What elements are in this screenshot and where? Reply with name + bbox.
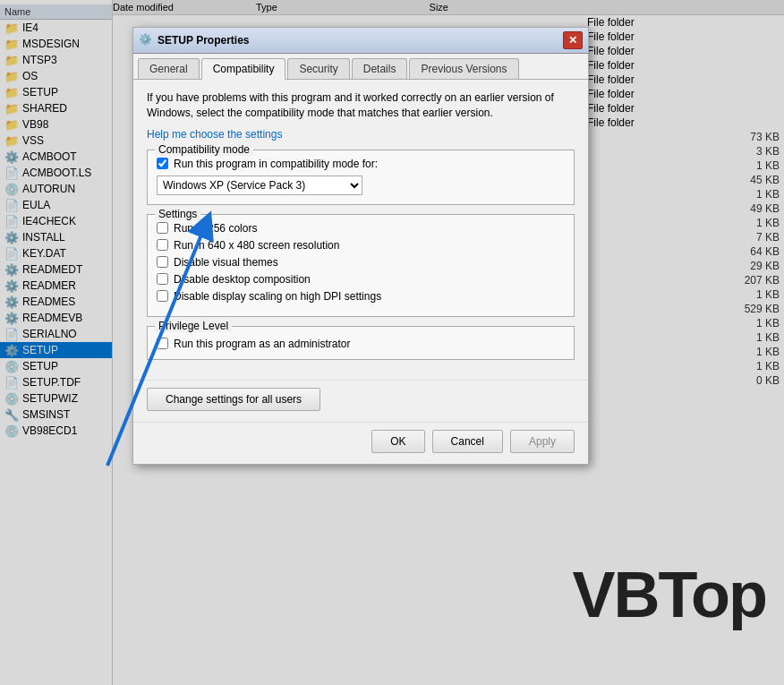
dialog-close-button[interactable]: ✕ (563, 31, 583, 49)
tab-compatibility[interactable]: Compatibility (201, 58, 286, 80)
tab-details[interactable]: Details (352, 58, 408, 79)
compat-mode-label: Run this program in compatibility mode f… (174, 158, 378, 170)
checkbox-256-colors[interactable] (157, 222, 168, 234)
privilege-level-group: Privilege Level Run this program as an a… (147, 326, 575, 360)
compatibility-description: If you have problems with this program a… (147, 90, 575, 121)
compat-select-row: Windows XP (Service Pack 3) Windows XP (… (157, 176, 565, 195)
dialog-title-left: ⚙️ SETUP Properties (139, 33, 249, 47)
apply-button[interactable]: Apply (510, 430, 575, 453)
checkbox-640x480[interactable] (157, 239, 168, 251)
label-disable-visual-themes: Disable visual themes (174, 256, 278, 269)
setting-disable-desktop-composition: Disable desktop composition (157, 273, 565, 286)
dialog-body: If you have problems with this program a… (133, 80, 588, 380)
setting-disable-dpi-scaling: Disable display scaling on high DPI sett… (157, 290, 565, 303)
priv-admin-row: Run this program as an administrator (157, 338, 565, 350)
dialog-overlay: ⚙️ SETUP Properties ✕ General Compatibil… (0, 0, 784, 685)
label-disable-dpi-scaling: Disable display scaling on high DPI sett… (174, 290, 381, 303)
compat-mode-group-label: Compatibility mode (155, 143, 253, 156)
settings-group: Settings Run in 256 colors Run in 640 x … (147, 214, 575, 317)
change-settings-area: Change settings for all users (133, 380, 588, 422)
checkbox-disable-visual-themes[interactable] (157, 256, 168, 268)
privilege-group-label: Privilege Level (155, 320, 232, 332)
setup-properties-dialog: ⚙️ SETUP Properties ✕ General Compatibil… (132, 27, 589, 465)
checkbox-run-as-admin[interactable] (157, 338, 168, 349)
label-disable-desktop-composition: Disable desktop composition (174, 273, 311, 286)
change-settings-button[interactable]: Change settings for all users (147, 388, 320, 411)
compat-mode-dropdown[interactable]: Windows XP (Service Pack 3) Windows XP (… (157, 176, 362, 195)
dialog-title-text: SETUP Properties (158, 34, 249, 47)
ok-button[interactable]: OK (371, 430, 424, 453)
label-run-as-admin: Run this program as an administrator (174, 338, 350, 350)
tab-previous-versions[interactable]: Previous Versions (409, 58, 518, 79)
setting-256-colors: Run in 256 colors (157, 222, 565, 235)
setting-640x480: Run in 640 x 480 screen resolution (157, 239, 565, 252)
setting-disable-visual-themes: Disable visual themes (157, 256, 565, 269)
label-640x480: Run in 640 x 480 screen resolution (174, 239, 339, 252)
dialog-footer: OK Cancel Apply (133, 422, 588, 464)
settings-group-label: Settings (155, 208, 200, 220)
tab-general[interactable]: General (138, 58, 200, 79)
label-256-colors: Run in 256 colors (174, 222, 257, 235)
checkbox-disable-desktop-composition[interactable] (157, 273, 168, 285)
compatibility-mode-group: Compatibility mode Run this program in c… (147, 150, 575, 205)
cancel-button[interactable]: Cancel (432, 430, 503, 453)
checkbox-disable-dpi-scaling[interactable] (157, 290, 168, 302)
compat-mode-checkbox-row: Run this program in compatibility mode f… (157, 158, 565, 170)
help-link[interactable]: Help me choose the settings (147, 128, 575, 141)
dialog-app-icon: ⚙️ (139, 33, 153, 47)
tab-security[interactable]: Security (287, 58, 349, 79)
compat-mode-checkbox[interactable] (157, 158, 168, 169)
dialog-titlebar: ⚙️ SETUP Properties ✕ (133, 28, 588, 54)
dialog-tabs: General Compatibility Security Details P… (133, 54, 588, 80)
